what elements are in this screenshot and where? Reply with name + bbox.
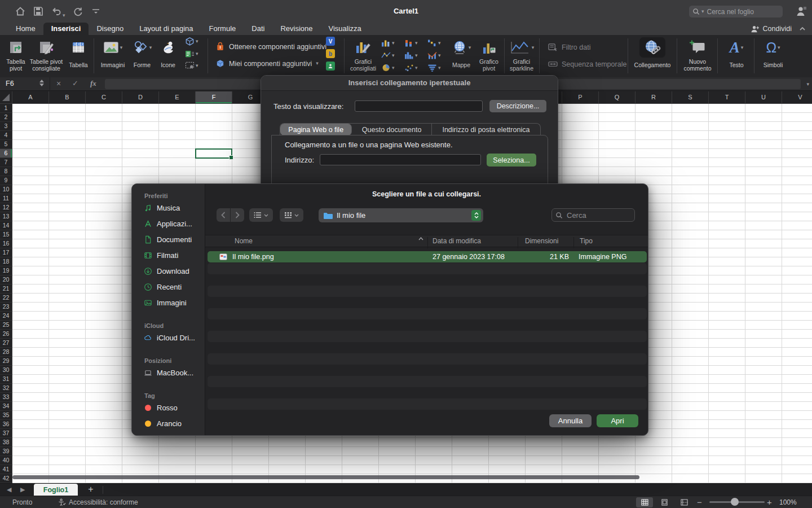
row-header-7[interactable]: 7 bbox=[0, 158, 12, 167]
zoom-out-button[interactable]: − bbox=[697, 497, 702, 507]
sidebar-item-immagini[interactable]: Immagini bbox=[132, 295, 205, 310]
row-header-42[interactable]: 42 bbox=[0, 474, 12, 483]
row-header-39[interactable]: 39 bbox=[0, 447, 12, 456]
tab-disegno[interactable]: Disegno bbox=[89, 23, 131, 35]
link-button[interactable]: Collegamento bbox=[630, 36, 675, 72]
row-header-8[interactable]: 8 bbox=[0, 167, 12, 176]
row-header-31[interactable]: 31 bbox=[0, 375, 12, 384]
mini-pie-chart-button[interactable]: ▾ bbox=[381, 64, 404, 72]
row-header-17[interactable]: 17 bbox=[0, 248, 12, 257]
sidebar-item-arancio[interactable]: Arancio bbox=[132, 415, 205, 431]
row-header-11[interactable]: 11 bbox=[0, 194, 12, 203]
recommended-pivot-tables-button[interactable]: Tabelle pivot consigliate bbox=[25, 36, 68, 72]
insert-function-icon[interactable]: fx bbox=[90, 79, 96, 88]
people-add-in-icon[interactable] bbox=[326, 62, 335, 71]
confirm-entry-icon[interactable]: ✓ bbox=[72, 79, 78, 87]
row-header-32[interactable]: 32 bbox=[0, 384, 12, 393]
selected-cell-f6[interactable] bbox=[195, 148, 232, 159]
tab-inserisci[interactable]: Inserisci bbox=[43, 23, 89, 35]
row-header-36[interactable]: 36 bbox=[0, 420, 12, 429]
screenshot-button[interactable]: ▾ bbox=[185, 62, 198, 69]
tab-dati[interactable]: Dati bbox=[244, 23, 272, 35]
prev-sheet-icon[interactable]: ◀ bbox=[7, 486, 11, 493]
file-row-selected[interactable]: Il mio file.png 27 gennaio 2023 17:08 21… bbox=[208, 251, 647, 262]
column-header-p[interactable]: P bbox=[562, 91, 599, 104]
horizontal-scrollbar[interactable] bbox=[12, 475, 639, 479]
address-input[interactable] bbox=[320, 154, 481, 165]
sidebar-item-icloud-dri[interactable]: iCloud Dri... bbox=[132, 330, 205, 345]
row-header-9[interactable]: 9 bbox=[0, 176, 12, 185]
row-header-6[interactable]: 6 bbox=[0, 149, 12, 158]
forward-button[interactable] bbox=[231, 208, 244, 222]
row-header-13[interactable]: 13 bbox=[0, 212, 12, 221]
column-type[interactable]: Tipo bbox=[580, 237, 593, 245]
hyperlink-tab-questo-documento[interactable]: Questo documento bbox=[352, 124, 431, 135]
row-header-35[interactable]: 35 bbox=[0, 411, 12, 420]
back-button[interactable] bbox=[217, 208, 230, 222]
normal-view-button[interactable] bbox=[636, 497, 653, 507]
accessibility-status[interactable]: Accessibilità: conforme bbox=[69, 498, 138, 506]
pivot-chart-button[interactable]: Grafico pivot bbox=[475, 36, 503, 72]
page-layout-view-button[interactable] bbox=[656, 497, 673, 507]
column-header-v[interactable]: V bbox=[782, 91, 812, 104]
column-header-r[interactable]: R bbox=[636, 91, 672, 104]
picker-search-field[interactable] bbox=[551, 208, 635, 222]
sidebar-item-download[interactable]: Download bbox=[132, 263, 205, 279]
sheet-tab-foglio1[interactable]: Foglio1 bbox=[34, 484, 78, 496]
column-header-f[interactable]: F bbox=[196, 91, 232, 104]
list-view-button[interactable] bbox=[249, 208, 273, 222]
select-file-button[interactable]: Seleziona... bbox=[487, 154, 536, 167]
row-header-19[interactable]: 19 bbox=[0, 266, 12, 275]
mini-funnel-chart-button[interactable]: ▾ bbox=[427, 64, 451, 72]
row-header-34[interactable]: 34 bbox=[0, 402, 12, 411]
row-header-20[interactable]: 20 bbox=[0, 275, 12, 284]
shapes-button[interactable]: ▾ Forme bbox=[129, 36, 156, 72]
tab-layout-di-pagina[interactable]: Layout di pagina bbox=[131, 23, 201, 35]
mini-waterfall-chart-button[interactable]: ▾ bbox=[427, 39, 451, 47]
row-header-28[interactable]: 28 bbox=[0, 348, 12, 357]
column-size[interactable]: Dimensioni bbox=[525, 237, 558, 245]
row-header-33[interactable]: 33 bbox=[0, 393, 12, 402]
row-header-10[interactable]: 10 bbox=[0, 185, 12, 194]
row-header-29[interactable]: 29 bbox=[0, 357, 12, 366]
symbols-button[interactable]: Ω▾ Simboli bbox=[760, 36, 787, 72]
name-box-stepper-icon[interactable] bbox=[39, 80, 44, 86]
name-box[interactable]: F6 bbox=[6, 80, 14, 87]
column-header-s[interactable]: S bbox=[672, 91, 709, 104]
cancel-button[interactable]: Annulla bbox=[549, 414, 592, 427]
row-header-27[interactable]: 27 bbox=[0, 339, 12, 348]
visio-add-in-icon[interactable]: V bbox=[326, 37, 335, 46]
formula-bar-expand-icon[interactable]: ▾ bbox=[806, 81, 809, 87]
zoom-level[interactable]: 100% bbox=[779, 498, 797, 506]
row-header-5[interactable]: 5 bbox=[0, 140, 12, 149]
row-header-18[interactable]: 18 bbox=[0, 257, 12, 266]
row-header-21[interactable]: 21 bbox=[0, 284, 12, 294]
select-all-corner[interactable] bbox=[0, 91, 12, 104]
row-header-3[interactable]: 3 bbox=[0, 122, 12, 131]
add-sheet-button[interactable]: + bbox=[85, 484, 97, 496]
row-header-2[interactable]: 2 bbox=[0, 113, 12, 122]
my-add-ins-button[interactable]: Miei componenti aggiuntivi▾ bbox=[215, 59, 319, 68]
row-header-12[interactable]: 12 bbox=[0, 203, 12, 212]
account-avatar-icon[interactable] bbox=[795, 5, 806, 16]
maps-button[interactable]: ▾ Mappe bbox=[448, 36, 475, 72]
zoom-slider-thumb[interactable] bbox=[731, 498, 739, 506]
folder-dropdown[interactable]: Il mio file bbox=[319, 208, 483, 222]
sidebar-item-giallo[interactable]: Giallo bbox=[132, 431, 205, 435]
row-header-1[interactable]: 1 bbox=[0, 104, 12, 113]
tab-revisione[interactable]: Revisione bbox=[272, 23, 320, 35]
sidebar-item-documenti[interactable]: Documenti bbox=[132, 231, 205, 247]
row-header-14[interactable]: 14 bbox=[0, 221, 12, 230]
picker-search-input[interactable] bbox=[566, 211, 631, 220]
open-button[interactable]: Apri bbox=[597, 414, 638, 427]
icons-button[interactable]: Icone bbox=[156, 36, 180, 72]
column-header-b[interactable]: B bbox=[49, 91, 86, 104]
column-header-d[interactable]: D bbox=[122, 91, 159, 104]
column-name[interactable]: Nome bbox=[235, 237, 253, 245]
search-input[interactable] bbox=[706, 7, 779, 16]
group-view-button[interactable] bbox=[280, 208, 303, 222]
row-header-4[interactable]: 4 bbox=[0, 131, 12, 140]
column-header-q[interactable]: Q bbox=[599, 91, 636, 104]
row-header-41[interactable]: 41 bbox=[0, 465, 12, 474]
sparklines-button[interactable]: ▾ Grafici sparkline bbox=[505, 36, 538, 72]
